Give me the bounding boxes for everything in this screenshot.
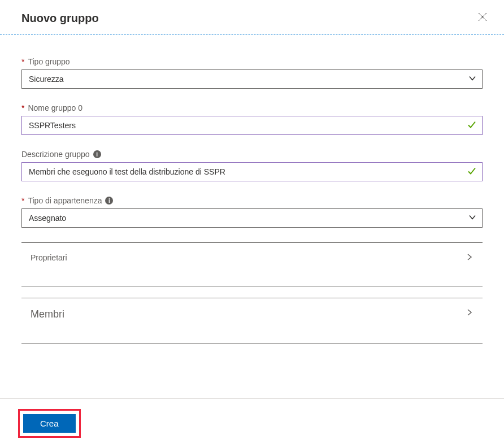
field-group-type: * Tipo gruppo Sicurezza — [21, 57, 483, 89]
info-icon[interactable]: i — [105, 197, 113, 205]
field-membership-type: * Tipo di appartenenza i Assegnato — [21, 196, 483, 228]
owners-section[interactable]: Proprietari — [21, 242, 483, 286]
panel-title: Nuovo gruppo — [21, 12, 99, 25]
label-text: Tipo di appartenenza — [28, 196, 102, 205]
group-type-select[interactable]: Sicurezza — [21, 69, 483, 89]
required-indicator: * — [21, 103, 24, 112]
form-content: * Tipo gruppo Sicurezza * Nome gruppo 0 … — [0, 34, 504, 355]
required-indicator: * — [21, 57, 24, 66]
members-label: Membri — [31, 308, 64, 320]
field-group-name: * Nome gruppo 0 SSPRTesters — [21, 103, 483, 135]
group-description-label: Descrizione gruppo i — [21, 150, 483, 159]
label-text: Tipo gruppo — [28, 57, 69, 66]
input-value: Membri che eseguono il test della distri… — [29, 167, 225, 176]
field-group-description: Descrizione gruppo i Membri che eseguono… — [21, 150, 483, 181]
select-value: Assegnato — [29, 214, 66, 223]
required-indicator: * — [21, 196, 24, 205]
create-button[interactable]: Crea — [23, 414, 76, 433]
select-value: Sicurezza — [29, 75, 63, 84]
checkmark-icon — [467, 167, 476, 177]
panel-header: Nuovo gruppo — [0, 0, 504, 34]
chevron-down-icon — [468, 75, 476, 84]
close-button[interactable] — [476, 10, 489, 26]
chevron-right-icon — [466, 308, 473, 319]
membership-type-select[interactable]: Assegnato — [21, 208, 483, 228]
group-name-label: * Nome gruppo 0 — [21, 103, 483, 112]
members-section[interactable]: Membri — [21, 298, 483, 343]
membership-type-label: * Tipo di appartenenza i — [21, 196, 483, 205]
group-description-input[interactable]: Membri che eseguono il test della distri… — [21, 162, 483, 181]
close-icon — [478, 14, 487, 23]
info-icon[interactable]: i — [93, 150, 101, 158]
chevron-right-icon — [466, 253, 473, 263]
group-type-label: * Tipo gruppo — [21, 57, 483, 66]
chevron-down-icon — [468, 214, 476, 223]
checkmark-icon — [467, 120, 476, 131]
label-text: Nome gruppo 0 — [28, 103, 82, 112]
input-value: SSPRTesters — [29, 121, 76, 130]
label-text: Descrizione gruppo — [21, 150, 90, 159]
group-name-input[interactable]: SSPRTesters — [21, 116, 483, 135]
owners-label: Proprietari — [31, 253, 67, 262]
panel-footer: Crea — [0, 398, 504, 448]
create-button-highlight: Crea — [18, 409, 81, 438]
